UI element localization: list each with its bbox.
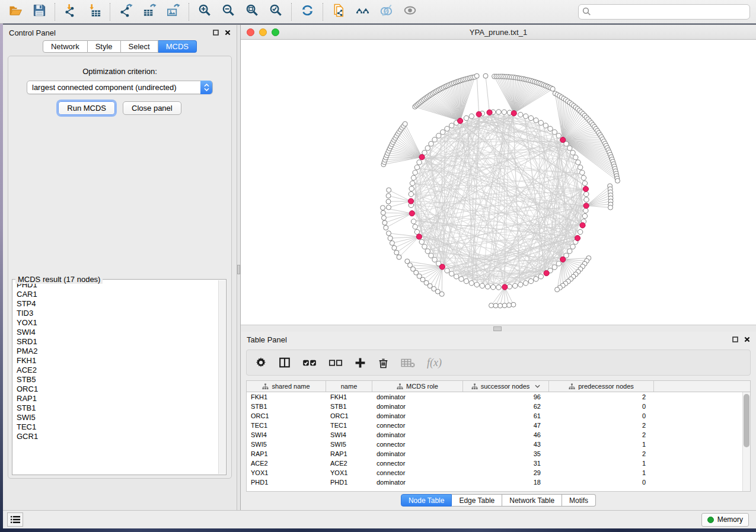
- table-x-icon: [401, 358, 415, 368]
- export-network-button[interactable]: [114, 2, 138, 21]
- delete-column-button[interactable]: [378, 354, 389, 371]
- table-row[interactable]: RAP1RAP1dominator352: [247, 449, 750, 459]
- table-panel: Table Panel f(x) shared namenameMCDS rol…: [240, 332, 756, 510]
- column-header-successor-nodes[interactable]: successor nodes: [463, 381, 549, 392]
- show-graphics-details-button[interactable]: [398, 2, 422, 21]
- table-options-button[interactable]: [255, 354, 267, 371]
- zoom-in-button[interactable]: [193, 2, 216, 21]
- close-panel-icon[interactable]: [225, 30, 231, 36]
- tab-mcds[interactable]: MCDS: [158, 40, 197, 53]
- mcds-result-item[interactable]: STP4: [13, 299, 218, 309]
- mcds-result-item[interactable]: FKH1: [13, 356, 218, 366]
- mcds-result-item[interactable]: CAR1: [13, 290, 218, 299]
- table-row[interactable]: ORC1ORC1dominator610: [247, 411, 750, 421]
- show-columns-button[interactable]: [279, 354, 291, 371]
- mcds-result-item[interactable]: STB5: [13, 375, 218, 384]
- new-network-from-selection-button[interactable]: [327, 2, 350, 21]
- tab-motifs[interactable]: Motifs: [562, 494, 596, 507]
- zoom-selected-button[interactable]: [264, 2, 288, 21]
- save-session-button[interactable]: [27, 2, 51, 21]
- column-header-shared-name[interactable]: shared name: [247, 381, 326, 392]
- memory-status-icon: [707, 517, 714, 523]
- criterion-select[interactable]: largest connected component (undirected): [27, 81, 213, 94]
- splitter-handle[interactable]: [493, 326, 502, 331]
- venn-icon: [379, 4, 393, 20]
- column-header-name[interactable]: name: [326, 381, 372, 392]
- column-header-MCDS-role[interactable]: MCDS role: [372, 381, 463, 392]
- table-cell: 35: [463, 450, 549, 457]
- open-session-button[interactable]: [4, 2, 27, 21]
- select-all-button[interactable]: [302, 354, 317, 371]
- close-panel-button[interactable]: Close panel: [123, 101, 181, 115]
- select-stepper-icon: [200, 81, 212, 94]
- table-cell: 43: [463, 441, 549, 448]
- search-icon: [582, 7, 591, 16]
- task-history-button[interactable]: [7, 512, 23, 527]
- tab-style[interactable]: Style: [88, 40, 121, 53]
- table-row[interactable]: PHD1PHD1dominator180: [247, 477, 750, 487]
- scrollbar-thumb[interactable]: [744, 394, 749, 447]
- toolbar-group: [4, 2, 51, 21]
- run-mcds-button[interactable]: Run MCDS: [58, 101, 115, 115]
- optimization-criterion-label: Optimization criterion:: [8, 67, 231, 76]
- horizontal-splitter[interactable]: [241, 325, 756, 332]
- table-cell: PHD1: [247, 479, 326, 486]
- memory-button[interactable]: Memory: [701, 513, 749, 527]
- save-icon: [33, 4, 46, 20]
- mcds-result-item[interactable]: SRD1: [13, 337, 218, 347]
- network-graph[interactable]: [241, 40, 755, 325]
- table-row[interactable]: SWI5SWI5connector431: [247, 440, 750, 449]
- close-panel-icon[interactable]: [744, 336, 750, 342]
- mcds-result-item[interactable]: TEC1: [13, 422, 218, 432]
- tab-network[interactable]: Network: [43, 40, 88, 53]
- import-network-button[interactable]: [59, 2, 82, 21]
- float-panel-icon[interactable]: [213, 30, 219, 36]
- venn-merge-button[interactable]: [374, 2, 398, 21]
- mcds-result-item[interactable]: ACE2: [13, 366, 218, 375]
- table-row[interactable]: ACE2ACE2connector311: [247, 459, 750, 468]
- create-column-button[interactable]: [355, 354, 366, 371]
- apply-layout-button[interactable]: [295, 2, 319, 21]
- export-image-icon: [167, 4, 180, 20]
- tab-network-table[interactable]: Network Table: [502, 494, 562, 507]
- mcds-result-item[interactable]: SWI5: [13, 413, 218, 422]
- table-scrollbar[interactable]: [742, 392, 750, 491]
- import-table-button[interactable]: [82, 2, 106, 21]
- mcds-result-item[interactable]: PMA2: [13, 347, 218, 356]
- float-panel-icon[interactable]: [732, 336, 738, 342]
- table-row[interactable]: TEC1TEC1connector472: [247, 421, 750, 430]
- network-canvas[interactable]: [241, 40, 755, 325]
- trash-icon: [378, 357, 389, 368]
- table-row[interactable]: YOX1YOX1connector291: [247, 468, 750, 477]
- mcds-result-item[interactable]: RAP1: [13, 394, 218, 403]
- table-row[interactable]: FKH1FKH1dominator962: [247, 392, 750, 402]
- table-row[interactable]: STB1STB1dominator620: [247, 402, 750, 411]
- sort-chevron-icon[interactable]: [535, 384, 540, 388]
- deselect-all-button[interactable]: [328, 354, 343, 371]
- zoom-out-button[interactable]: [216, 2, 240, 21]
- mcds-result-list[interactable]: PHD1CAR1STP4TID3YOX1SWI4SRD1PMA2FKH1ACE2…: [13, 280, 218, 474]
- tab-node-table[interactable]: Node Table: [401, 494, 452, 507]
- toolbar-group: [327, 2, 422, 21]
- tab-edge-table[interactable]: Edge Table: [452, 494, 502, 507]
- import-table-icon: [88, 4, 101, 20]
- tab-select[interactable]: Select: [121, 40, 158, 53]
- search-input[interactable]: [578, 4, 750, 20]
- table-cell: 0: [549, 479, 654, 486]
- mcds-result-item[interactable]: SWI4: [13, 328, 218, 337]
- export-table-button[interactable]: [138, 2, 161, 21]
- column-header-predecessor-nodes[interactable]: predecessor nodes: [549, 381, 654, 392]
- mcds-result-item[interactable]: TID3: [13, 309, 218, 318]
- table-row[interactable]: SWI4SWI4dominator462: [247, 430, 750, 440]
- table-cell: YOX1: [326, 469, 372, 476]
- table-cell: STB1: [247, 403, 326, 410]
- mcds-list-scrollbar[interactable]: [218, 280, 225, 474]
- mcds-result-item[interactable]: STB1: [13, 403, 218, 413]
- mcds-result-item[interactable]: ORC1: [13, 384, 218, 394]
- network-overview-button[interactable]: [350, 2, 374, 21]
- zoom-fit-button[interactable]: [240, 2, 264, 21]
- mcds-result-item[interactable]: GCR1: [13, 432, 218, 441]
- mcds-result-item[interactable]: YOX1: [13, 318, 218, 328]
- table-cell: 0: [549, 403, 654, 410]
- export-image-button[interactable]: [161, 2, 185, 21]
